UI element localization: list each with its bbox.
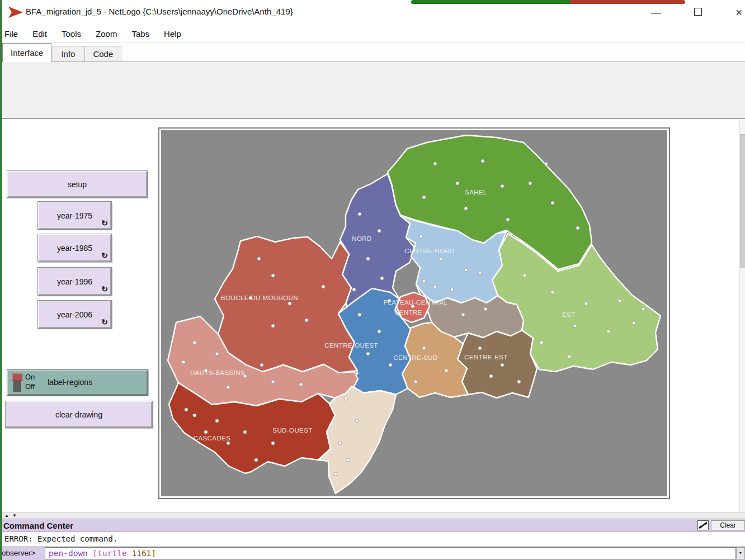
map-dot (355, 419, 359, 423)
map-dot (607, 330, 610, 333)
year-1975-button[interactable]: year-1975↻ (37, 201, 112, 230)
tab-code[interactable]: Code (84, 46, 121, 61)
region-label-nord: NORD (352, 235, 371, 242)
setup-button-label: setup (68, 180, 87, 189)
map-dot (419, 235, 423, 238)
command-center-output: ERROR: Expected command. (0, 532, 745, 547)
command-center-title: Command Center (3, 521, 73, 530)
menu-tabs[interactable]: Tabs (131, 29, 149, 39)
map-dot (358, 212, 361, 216)
year-1996-button[interactable]: year-1996↻ (37, 267, 112, 296)
map-dot (271, 442, 275, 445)
map-dot (389, 363, 392, 367)
map-dot (182, 360, 185, 364)
command-input[interactable]: pen-down [turtle 1161] (45, 547, 736, 559)
menu-help[interactable]: Help (164, 29, 181, 39)
region-boucle-du-mouhoun (215, 236, 357, 373)
map-dot (414, 380, 417, 383)
region-label-centre-ouest: CENTRE-OUEST (324, 342, 378, 349)
map-dot (352, 288, 356, 291)
world-view[interactable]: SAHELESTNORDCENTRE-NORDBOUCLE DU MOUHOUN… (161, 130, 667, 496)
label-regions-switch[interactable]: On Off label-regions (7, 369, 148, 396)
map-dot (632, 321, 635, 325)
vertical-scrollbar-thumb[interactable] (740, 134, 745, 268)
map-dot (478, 347, 482, 350)
map-dot (193, 341, 196, 344)
command-input-row: observer> pen-down [turtle 1161] ▼ (0, 547, 745, 560)
map-dot (204, 430, 208, 434)
map-dot (366, 352, 370, 355)
menu-zoom[interactable]: Zoom (96, 29, 117, 39)
region-label-sud-ouest: SUD-OUEST (272, 427, 312, 434)
forever-icon: ↻ (101, 317, 108, 326)
menu-bar: FileEditToolsZoomTabsHelp (0, 25, 745, 43)
clear-drawing-label: clear-drawing (55, 410, 102, 419)
minimize-button[interactable]: — (648, 4, 664, 20)
map-dot (288, 302, 291, 305)
map-dot (338, 442, 342, 445)
map-dot (322, 285, 325, 288)
menu-file[interactable]: File (4, 29, 18, 39)
menu-edit[interactable]: Edit (32, 29, 47, 39)
switch-knob[interactable] (12, 373, 22, 381)
map-dot (433, 162, 437, 165)
command-center-splitter[interactable]: ▲▼ (0, 512, 745, 519)
map-dot (243, 430, 247, 434)
map-dot (260, 363, 263, 367)
map-dot (193, 414, 196, 417)
map-dot (378, 330, 381, 333)
map-dot (481, 159, 484, 163)
clear-button[interactable]: Clear (711, 520, 745, 530)
map-dot (517, 380, 521, 383)
map-dot (489, 374, 493, 378)
splitter-up-icon[interactable]: ▲ (4, 513, 9, 518)
map-dot (215, 419, 219, 423)
vertical-scrollbar[interactable] (739, 119, 745, 512)
label-regions-label: label-regions (48, 378, 92, 387)
command-history-arrow[interactable]: ▼ (736, 547, 745, 559)
region-label-centre-est: CENTRE-EST (464, 354, 507, 360)
map-dot (576, 226, 579, 230)
clear-drawing-button[interactable]: clear-drawing (5, 401, 153, 428)
map-dot (445, 369, 448, 372)
switch-off-label: Off (25, 382, 35, 391)
map-dot (299, 383, 303, 386)
year-1975-label: year-1975 (57, 211, 92, 220)
splitter-down-icon[interactable]: ▼ (12, 513, 17, 518)
map-dot (478, 271, 482, 274)
region-label-est: EST (562, 311, 576, 318)
map-dot (450, 288, 454, 291)
tab-info[interactable]: Info (53, 46, 83, 61)
map-dot (185, 408, 188, 411)
map-dot (227, 386, 230, 389)
close-button[interactable]: × (730, 4, 745, 20)
command-token: [turtle (93, 549, 132, 558)
map-dot (378, 229, 381, 232)
tab-interface[interactable]: Interface (2, 43, 51, 62)
map-dot (568, 355, 571, 358)
map-dot (215, 352, 219, 355)
year-2006-button[interactable]: year-2006↻ (37, 300, 112, 329)
map-dot (254, 458, 258, 462)
expand-command-center-button[interactable] (697, 520, 709, 530)
map-dot (271, 324, 275, 328)
region-sud-ouest (318, 386, 396, 493)
map-dot (355, 372, 359, 375)
year-1985-button[interactable]: year-1985↻ (37, 234, 112, 262)
map-dot (456, 182, 459, 185)
map-dot (523, 274, 526, 277)
map-dot (544, 162, 548, 165)
map-dot (573, 324, 577, 328)
map-dot (551, 291, 554, 294)
map-dot (618, 299, 621, 302)
menu-tools[interactable]: Tools (62, 29, 81, 39)
region-label-centre-nord: CENTRE-NORD (404, 248, 454, 254)
maximize-button[interactable] (694, 8, 702, 16)
map-dot (506, 218, 510, 221)
map-dot (439, 257, 442, 260)
setup-button[interactable]: setup (7, 170, 148, 198)
toolbar: Edit Delete + Add abc Button ▼ normal sp… (0, 62, 745, 119)
map-dot (334, 472, 337, 476)
map-dot (271, 274, 275, 277)
map-dot (551, 201, 554, 205)
